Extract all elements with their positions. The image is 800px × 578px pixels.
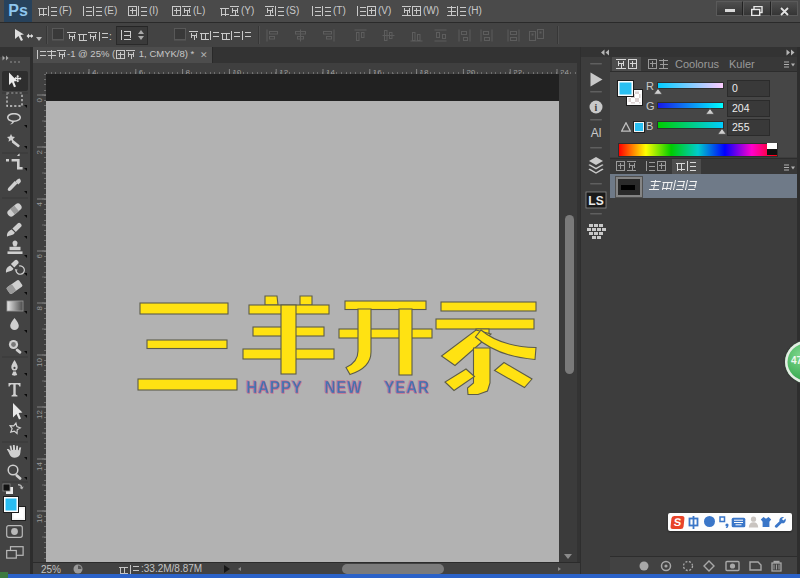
svg-text:6: 6	[35, 253, 44, 258]
svg-text:10: 10	[35, 357, 44, 366]
svg-text:12: 12	[35, 409, 44, 418]
svg-text:LS: LS	[588, 194, 603, 208]
svg-text:2: 2	[35, 149, 44, 154]
svg-text:0: 0	[35, 97, 44, 102]
svg-text:i: i	[595, 102, 598, 113]
svg-text:4: 4	[35, 201, 44, 206]
svg-text:8: 8	[35, 305, 44, 310]
svg-text:14: 14	[35, 461, 44, 470]
svg-text:16: 16	[35, 513, 44, 522]
svg-text:Al: Al	[591, 126, 602, 140]
